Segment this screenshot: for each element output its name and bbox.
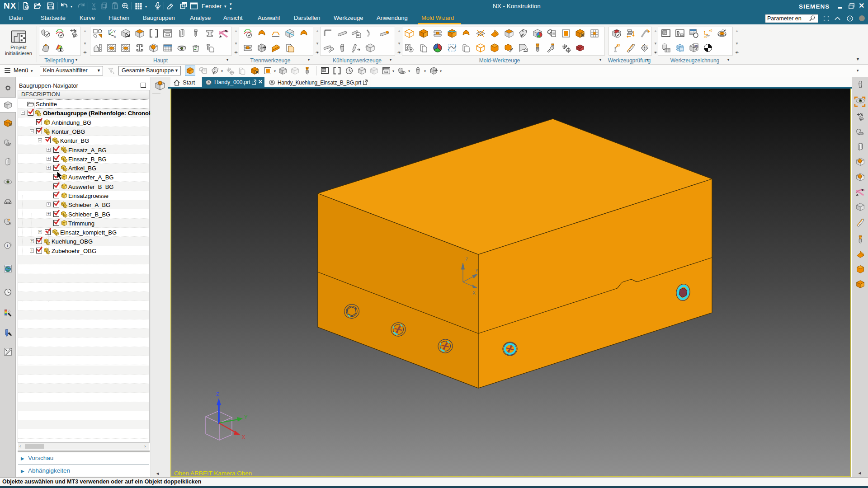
svg-text:Z: Z bbox=[110, 28, 112, 32]
svg-text:i: i bbox=[7, 243, 8, 248]
svg-text:X: X bbox=[242, 434, 245, 440]
svg-text:X: X bbox=[114, 35, 116, 38]
svg-text:?: ? bbox=[849, 17, 851, 21]
svg-text:Y: Y bbox=[113, 30, 116, 33]
svg-text:ab: ab bbox=[694, 44, 698, 47]
svg-text:Z: Z bbox=[216, 391, 219, 397]
svg-text:Y: Y bbox=[475, 268, 478, 273]
svg-text:x0: x0 bbox=[709, 29, 712, 32]
svg-text:Z: Z bbox=[465, 257, 468, 262]
svg-text:Y: Y bbox=[244, 414, 248, 420]
svg-text:X: X bbox=[472, 291, 476, 296]
